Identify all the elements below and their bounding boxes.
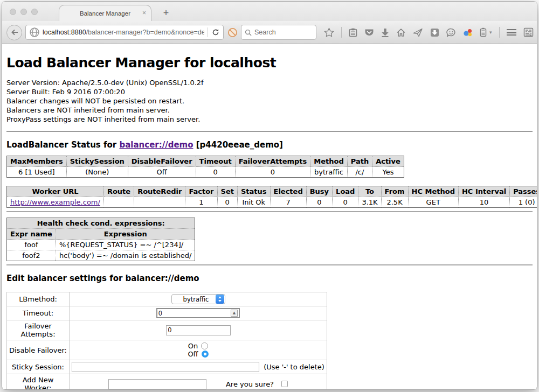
- new-tab-button[interactable]: +: [160, 8, 172, 19]
- close-window-button[interactable]: [10, 9, 16, 15]
- timeout-label: Timeout:: [7, 306, 70, 320]
- notice-persist: Balancer changes will NOT be persisted o…: [6, 97, 533, 106]
- page-title: Load Balancer Manager for localhost: [6, 55, 533, 71]
- notice-inherit: Balancers are NOT inherited from main se…: [6, 106, 533, 115]
- home-icon[interactable]: [396, 28, 406, 37]
- urlbar-divider: [207, 27, 208, 37]
- col-disablefailover: DisableFailover: [128, 156, 196, 167]
- lbmethod-value: bytraffic: [177, 296, 215, 303]
- sticky-session-hint: (Use '-' to delete): [264, 363, 324, 371]
- failover-off-radio[interactable]: [202, 351, 209, 358]
- expr-row: foof2 hc('body') =~ /domain is establish…: [7, 250, 195, 261]
- server-info: Server Version: Apache/2.5.0-dev (Unix) …: [6, 79, 533, 124]
- reading-list-icon[interactable]: [349, 28, 357, 37]
- col-method: Method: [310, 156, 347, 167]
- minimize-window-button[interactable]: [20, 9, 27, 15]
- tab-balancer-manager[interactable]: Balancer Manager ×: [59, 5, 151, 21]
- failover-on-radio[interactable]: [201, 342, 208, 349]
- server-built: Server Built: Feb 9 2016 07:00:20: [6, 88, 533, 97]
- col-failoverattempts: FailoverAttempts: [235, 156, 310, 167]
- globe-icon: [29, 27, 40, 38]
- tab-close-icon[interactable]: ×: [142, 10, 146, 16]
- tab-title: Balancer Manager: [80, 10, 130, 17]
- col-active: Active: [372, 156, 404, 167]
- radio-on-row: On: [72, 342, 324, 350]
- table-header-row: MaxMembers StickySession DisableFailover…: [7, 156, 404, 167]
- toolbar-divider: [341, 27, 342, 38]
- timeout-input[interactable]: [156, 308, 240, 318]
- select-stepper-icon: [216, 295, 224, 304]
- url-bar[interactable]: localhost:8880/balancer-manager?b=demo&n…: [25, 25, 224, 40]
- failover-attempts-label: Failover Attempts:: [7, 320, 70, 340]
- tiles-panel-icon[interactable]: [523, 27, 534, 37]
- colored-dots-icon[interactable]: [463, 28, 473, 37]
- radio-off-row: Off: [72, 350, 324, 358]
- status-heading-suffix: [p4420eeae_demo]: [194, 140, 283, 150]
- table-header-row: Expr name Expression: [7, 229, 195, 240]
- table-row: 6 [1 Used] (None) Off 0 0 bytraffic /c/ …: [7, 167, 404, 178]
- page-content: Load Balancer Manager for localhost Serv…: [2, 44, 537, 390]
- number-stepper-icon[interactable]: ▲: [231, 310, 238, 317]
- url-text[interactable]: localhost:8880/balancer-manager?b=demo&n…: [43, 29, 204, 36]
- add-worker-input[interactable]: [108, 379, 206, 389]
- tab-bar: Balancer Manager × +: [2, 2, 537, 21]
- search-input[interactable]: [254, 29, 308, 36]
- battery-icon[interactable]: [480, 27, 487, 37]
- chevron-down-icon[interactable]: ▾: [489, 30, 492, 35]
- menu-icon[interactable]: [507, 29, 516, 36]
- search-icon: [245, 29, 252, 36]
- status-heading-prefix: LoadBalancer Status for: [6, 140, 119, 150]
- zoom-window-button[interactable]: [31, 9, 38, 15]
- chat-smiley-icon[interactable]: [446, 28, 456, 37]
- worker-table: Worker URL Route RouteRedir Factor Set S…: [6, 186, 537, 208]
- section-divider: [6, 211, 533, 212]
- window-controls: [10, 9, 38, 15]
- download-icon[interactable]: [381, 28, 389, 37]
- off-label: Off: [188, 350, 198, 358]
- col-stickysession: StickySession: [66, 156, 128, 167]
- toolbar-divider-2: [499, 27, 500, 38]
- sticky-session-label: Sticky Session:: [7, 360, 70, 374]
- worker-row: http://www.example.com/ 1 0 Init Ok 7 0 …: [7, 197, 537, 208]
- col-timeout: Timeout: [196, 156, 235, 167]
- reload-button[interactable]: [210, 27, 221, 38]
- worker-url-link[interactable]: http://www.example.com/: [10, 198, 100, 206]
- are-you-sure-label: Are you sure?: [226, 380, 274, 388]
- edit-settings-heading: Edit balancer settings for balancer://de…: [6, 274, 533, 283]
- section-divider: [6, 264, 533, 265]
- col-maxmembers: MaxMembers: [7, 156, 67, 167]
- table-header-row: Worker URL Route RouteRedir Factor Set S…: [7, 186, 537, 197]
- col-path: Path: [347, 156, 372, 167]
- failover-attempts-input[interactable]: [166, 325, 231, 335]
- content-blocker-icon[interactable]: [227, 27, 238, 38]
- section-divider: [6, 131, 533, 132]
- are-you-sure-checkbox[interactable]: [281, 381, 288, 387]
- extension-download-icon[interactable]: [430, 28, 439, 37]
- status-heading: LoadBalancer Status for balancer://demo …: [6, 140, 533, 150]
- sticky-session-input[interactable]: [72, 362, 259, 372]
- pocket-icon[interactable]: [364, 28, 374, 37]
- lbmethod-select[interactable]: bytraffic: [171, 294, 225, 304]
- navigation-toolbar: localhost:8880/balancer-manager?b=demo&n…: [2, 21, 537, 44]
- toolbar-icons: ▾: [324, 27, 534, 38]
- expr-row: foof %{REQUEST_STATUS} =~ /^[234]/: [7, 240, 195, 250]
- browser-window: Balancer Manager × + localhost:8880/bala…: [2, 1, 537, 390]
- send-icon[interactable]: [413, 28, 423, 37]
- healthcheck-table: Health check cond. expressions: Expr nam…: [6, 218, 195, 261]
- disable-failover-label: Disable Failover:: [7, 340, 70, 360]
- server-version: Server Version: Apache/2.5.0-dev (Unix) …: [6, 79, 533, 88]
- notice-proxypass: ProxyPass settings are NOT inherited fro…: [6, 115, 533, 124]
- balancer-status-table: MaxMembers StickySession DisableFailover…: [6, 156, 404, 178]
- bookmark-star-icon[interactable]: [324, 27, 334, 37]
- back-button[interactable]: [6, 25, 22, 40]
- healthcheck-title: Health check cond. expressions:: [7, 218, 195, 229]
- balancer-link[interactable]: balancer://demo: [119, 140, 193, 150]
- add-worker-label: Add New Worker:: [7, 374, 70, 390]
- lbmethod-label: LBmethod:: [7, 292, 70, 306]
- edit-balancer-form: LBmethod: bytraffic Timeout: ▲: [6, 292, 327, 390]
- back-arrow-icon: [11, 29, 18, 36]
- search-bar[interactable]: [241, 25, 316, 40]
- on-label: On: [188, 342, 198, 350]
